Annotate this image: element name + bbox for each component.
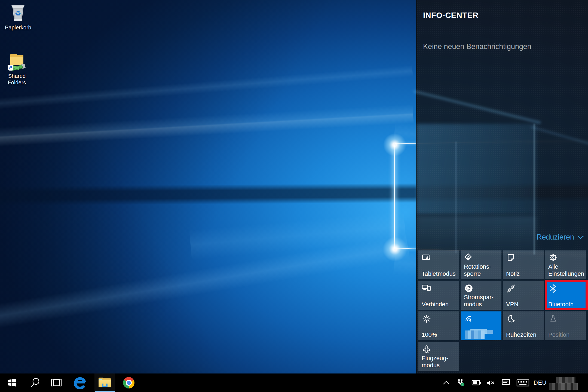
search-button[interactable]: [27, 373, 43, 392]
quick-action-position[interactable]: Position: [545, 311, 586, 340]
redacted-network-name: [465, 330, 485, 339]
quick-action-label: Ruhezeiten: [506, 331, 536, 338]
location-icon: [548, 314, 558, 324]
quick-action-notiz[interactable]: Notiz: [503, 250, 544, 279]
bluetooth-icon: [548, 283, 558, 294]
desktop-icon-label: Papierkorb: [5, 24, 31, 31]
quick-action-wifi[interactable]: [461, 311, 501, 340]
svg-text:♻: ♻: [15, 9, 21, 17]
clock-redacted[interactable]: [556, 377, 575, 383]
wallpaper-through: [414, 90, 541, 124]
quick-action-vpn[interactable]: VPN: [503, 281, 544, 310]
wallpaper-through: [531, 126, 588, 146]
shared-folders-icon: [7, 52, 27, 71]
quick-action-label: Bluetooth: [548, 301, 574, 308]
file-explorer-icon: [99, 378, 111, 388]
chevron-up-icon: [443, 381, 450, 385]
dropbox-icon: [457, 379, 465, 387]
touch-keyboard-icon: [516, 379, 529, 387]
volume-muted-icon: [486, 379, 496, 386]
desktop-icon-papierkorb[interactable]: ♻ Papierkorb: [5, 3, 31, 31]
edge-icon: [74, 376, 87, 389]
search-icon: [29, 377, 41, 389]
quick-action-label: Flugzeug- modus: [422, 355, 448, 369]
desktop-screen: ♻ Papierkorb Shared Folders: [0, 0, 588, 392]
action-center-panel: INFO-CENTER Keine neuen Benachrichtigung…: [416, 0, 588, 373]
chrome-icon: [123, 377, 134, 388]
windows-start-icon: [6, 377, 18, 388]
quick-action-label: VPN: [506, 301, 518, 308]
quick-action-tabletmodus[interactable]: Tabletmodus: [418, 250, 459, 279]
tray-volume[interactable]: [486, 373, 496, 392]
wallpaper-light-beam: [0, 235, 410, 329]
wifi-icon: [464, 314, 474, 324]
start-button[interactable]: [4, 373, 20, 392]
quick-action-rotationssperre[interactable]: Rotations- sperre: [461, 250, 501, 279]
tray-ime[interactable]: [501, 373, 511, 392]
notifications-status: Keine neuen Benachrichtigungen: [423, 42, 531, 51]
quick-action-label: Verbinden: [422, 301, 449, 308]
quick-action-alle-einstellungen[interactable]: Alle Einstellungen: [545, 250, 586, 279]
tray-expand-button[interactable]: [442, 373, 450, 392]
wallpaper-through: [416, 216, 536, 254]
battery-saver-icon: [464, 283, 474, 294]
quick-action-label: Alle Einstellungen: [548, 263, 584, 277]
brightness-icon: [421, 314, 432, 324]
quick-action-label: Stromspar- modus: [464, 294, 494, 308]
task-view-button[interactable]: [48, 373, 64, 392]
tray-dropbox[interactable]: [456, 373, 465, 392]
connect-icon: [421, 283, 432, 294]
battery-icon: [471, 379, 481, 386]
collapse-label: Reduzieren: [537, 233, 574, 241]
date-redacted[interactable]: [549, 383, 578, 390]
edge-button[interactable]: [72, 373, 88, 392]
quick-actions-grid: Tabletmodus Rotations- sperre Notiz: [418, 250, 586, 371]
chrome-button[interactable]: [122, 373, 136, 392]
vpn-icon: [506, 283, 516, 294]
note-icon: [506, 253, 516, 263]
wallpaper-light-beam: [189, 211, 406, 260]
ime-icon: [501, 378, 511, 387]
wallpaper-glow: [382, 132, 407, 157]
file-explorer-button[interactable]: [98, 373, 112, 392]
quick-action-label: Tabletmodus: [422, 270, 456, 277]
desktop-icon-shared-folders[interactable]: Shared Folders: [4, 52, 30, 86]
file-explorer-running-indicator: [95, 391, 115, 392]
quick-action-label: Notiz: [506, 270, 520, 277]
language-indicator[interactable]: DEU: [534, 373, 547, 392]
wallpaper-through: [416, 124, 537, 214]
settings-gear-icon: [548, 253, 558, 263]
wallpaper-window-edge: [394, 145, 395, 249]
quick-action-label: Position: [548, 331, 569, 338]
desktop-icon-label: Shared Folders: [4, 73, 30, 86]
tablet-mode-icon: [421, 253, 432, 263]
rotation-lock-icon: [464, 253, 474, 263]
quick-action-ruhezeiten[interactable]: Ruhezeiten: [503, 311, 544, 340]
quick-action-bluetooth[interactable]: Bluetooth: [545, 281, 586, 310]
wallpaper-light-beam: [0, 65, 413, 110]
chevron-down-icon: [577, 235, 584, 239]
collapse-button[interactable]: Reduzieren: [537, 233, 584, 241]
tray-battery[interactable]: [471, 373, 482, 392]
airplane-icon: [421, 344, 432, 355]
action-center-title: INFO-CENTER: [423, 11, 479, 20]
quick-action-label: 100%: [422, 331, 437, 338]
wallpaper-light-beam: [0, 104, 414, 147]
taskbar: DEU: [0, 373, 588, 392]
wallpaper-through: [534, 124, 535, 255]
wallpaper-through: [455, 142, 457, 253]
wallpaper-glow: [382, 236, 408, 262]
tray-touch-keyboard[interactable]: [516, 373, 530, 392]
quick-action-brightness[interactable]: 100%: [418, 311, 459, 340]
recycle-bin-icon: ♻: [9, 3, 27, 22]
quick-action-stromsparmodus[interactable]: Stromspar- modus: [461, 281, 501, 310]
quick-action-flugzeugmodus[interactable]: Flugzeug- modus: [418, 342, 459, 371]
quiet-hours-icon: [506, 314, 516, 324]
task-view-icon: [50, 377, 63, 389]
quick-action-verbinden[interactable]: Verbinden: [418, 281, 459, 310]
quick-action-label: Rotations- sperre: [464, 263, 491, 277]
